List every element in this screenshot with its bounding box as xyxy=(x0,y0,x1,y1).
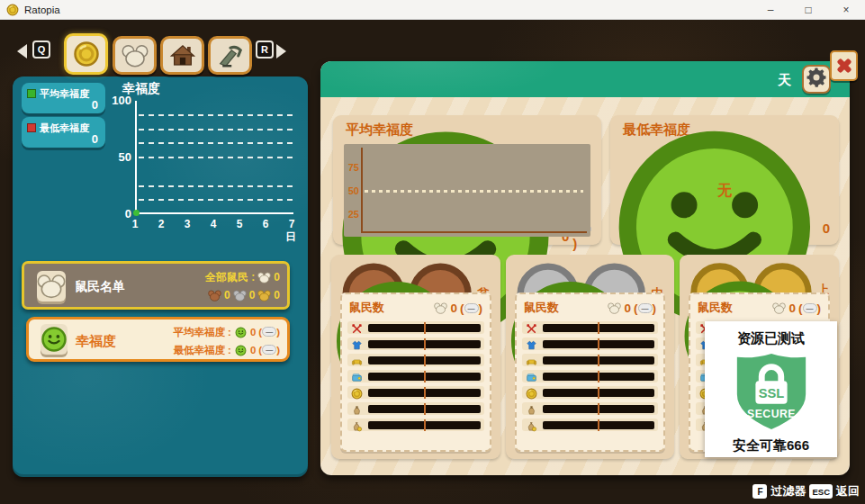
citizen-count-label: 鼠民数 xyxy=(698,300,733,316)
x-tick: 4 xyxy=(207,218,220,230)
class-counts-line: 000 xyxy=(205,286,280,304)
maximize-button[interactable]: □ xyxy=(789,0,827,20)
need-tick xyxy=(424,387,426,399)
need-tick xyxy=(598,338,599,350)
key-hint-q: Q xyxy=(32,40,50,58)
minimum-happiness-panel: 最低幸福度 0 无 xyxy=(610,115,839,245)
legend-minimum-happiness[interactable]: 最低幸福度 0 xyxy=(22,117,105,148)
need-tick xyxy=(598,322,599,334)
legend-average-happiness[interactable]: 平均幸福度 0 xyxy=(22,83,105,113)
close-icon xyxy=(834,56,854,76)
tab-buildings[interactable] xyxy=(160,36,204,75)
happiness-overview-panel: 平均幸福度 0 最低幸福度 0 幸福度 100500 1234567 日 鼠民名… xyxy=(13,76,308,477)
happiness-summary-title: 幸福度 xyxy=(76,333,116,350)
need-row xyxy=(347,402,484,415)
citizen-count-value: 0 xyxy=(788,302,796,315)
minimum-happiness-line: 最低幸福度 : 0 — xyxy=(173,341,280,359)
need-row xyxy=(522,338,658,350)
chart-gridline xyxy=(139,199,293,201)
citizen-count: 0 — xyxy=(434,302,482,315)
need-tick xyxy=(598,387,599,399)
legend-swatch-red xyxy=(27,123,36,132)
citizen-count: 0 — xyxy=(608,302,656,315)
wallet-icon xyxy=(526,371,537,382)
app-title: Ratopia xyxy=(24,4,60,15)
tab-economy[interactable] xyxy=(64,33,108,75)
filter-label: 过滤器 xyxy=(770,483,806,500)
tools-icon xyxy=(217,42,244,69)
food-icon xyxy=(351,322,363,334)
rat-brown-icon xyxy=(208,290,221,302)
class-panel: 贫困阶级 0 — 鼠民数 0 — xyxy=(331,255,500,459)
average-happiness-chart: 75 50 25 xyxy=(344,144,590,237)
x-tick: 5 xyxy=(233,218,246,230)
need-tick xyxy=(598,403,599,415)
class-panel: 中产阶级 0 — 鼠民数 0 — xyxy=(506,255,674,459)
need-bar xyxy=(368,340,481,348)
title-bar: Ratopia – □ × xyxy=(0,0,865,20)
need-bar xyxy=(543,389,654,397)
minimize-button[interactable]: – xyxy=(752,0,789,20)
happiness-line-chart xyxy=(135,101,293,214)
need-tick xyxy=(424,322,426,334)
citizen-count-label: 鼠民数 xyxy=(349,300,384,316)
rat-gray-icon xyxy=(233,290,247,302)
ssl-overlay-title: 资源已测试 xyxy=(705,330,837,347)
chart-gridline xyxy=(139,142,293,144)
back-key-badge: ESC xyxy=(809,484,833,499)
settings-button[interactable] xyxy=(802,65,831,94)
rat-icon xyxy=(37,271,66,302)
next-tab-arrow-icon[interactable] xyxy=(276,44,286,58)
happiness-summary-card[interactable]: 幸福度 平均幸福度 : 0 — 最低幸福度 : 0 — xyxy=(26,317,290,362)
legend-value: 0 xyxy=(92,132,98,146)
class-count-value: 0 xyxy=(249,289,256,302)
need-bar xyxy=(543,324,654,332)
empty-state-text: 无 xyxy=(610,182,839,201)
class-needs-card: 鼠民数 0 — xyxy=(515,292,665,452)
total-citizens-value: 0 xyxy=(274,271,280,284)
y-tick: 25 xyxy=(344,209,359,220)
detail-panel-header: 天 xyxy=(320,61,850,97)
need-bar xyxy=(368,421,481,429)
bag-coin-icon xyxy=(351,419,363,431)
tab-citizens[interactable] xyxy=(113,36,157,75)
need-bar xyxy=(543,421,654,429)
need-tick xyxy=(598,371,599,382)
class-needs-card: 鼠民数 0 — xyxy=(340,292,491,452)
trend-indicator: — xyxy=(258,327,280,338)
rat-icon xyxy=(122,42,149,69)
need-bar xyxy=(368,405,481,413)
time-unit-label: 天 xyxy=(778,72,791,89)
average-happiness-value: 0 xyxy=(250,327,256,338)
y-tick: 75 xyxy=(344,162,359,173)
smiley-icon xyxy=(234,327,248,338)
sofa-icon xyxy=(351,355,363,366)
bag-icon xyxy=(526,403,537,415)
rat-icon xyxy=(257,272,271,284)
need-bar xyxy=(368,356,481,364)
need-tick xyxy=(424,355,426,366)
need-bar xyxy=(543,356,654,364)
citizen-list-card[interactable]: 鼠民名单 全部鼠民 : 0 000 xyxy=(22,261,290,310)
y-tick: 0 xyxy=(97,207,131,220)
prev-tab-arrow-icon[interactable] xyxy=(17,44,27,58)
house-icon xyxy=(169,42,196,69)
need-row xyxy=(347,338,484,350)
y-tick: 50 xyxy=(344,185,359,196)
trend-indicator: — xyxy=(798,302,821,315)
chart-gridline xyxy=(139,185,293,187)
tab-production[interactable] xyxy=(208,36,252,75)
x-tick: 3 xyxy=(181,218,194,230)
rat-icon xyxy=(608,302,621,314)
close-panel-button[interactable] xyxy=(830,50,858,81)
app-coin-icon xyxy=(6,4,19,16)
need-row xyxy=(347,386,484,399)
bag-coin-icon xyxy=(526,419,537,431)
close-window-button[interactable]: × xyxy=(827,0,865,20)
citizen-list-title: 鼠民名单 xyxy=(75,279,125,295)
need-row xyxy=(522,402,658,415)
citizen-count-label: 鼠民数 xyxy=(524,300,559,316)
legend-label: 最低幸福度 xyxy=(40,122,89,135)
dashed-midline xyxy=(365,190,583,193)
average-happiness-line: 平均幸福度 : 0 — xyxy=(173,323,280,341)
